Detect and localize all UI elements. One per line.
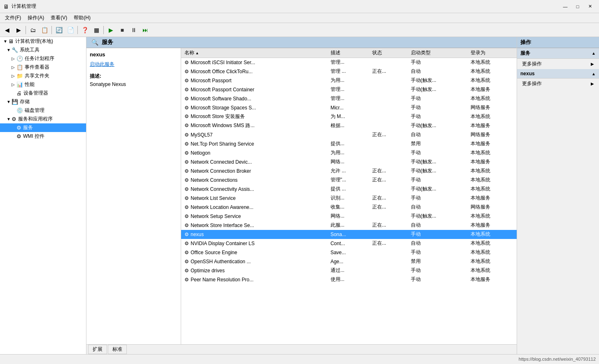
table-row[interactable]: ⚙Network Store Interface Se...此服...正在...…: [181, 221, 517, 230]
minimize-button[interactable]: —: [559, 1, 571, 12]
table-row[interactable]: ⚙Peer Name Resolution Pro...使用...手动本地服务: [181, 275, 517, 284]
cell-service-login: 本地系统: [467, 76, 517, 85]
cell-service-name: ⚙Office Source Engine: [181, 248, 327, 257]
cell-service-desc: Age...: [327, 257, 369, 266]
col-name[interactable]: 名称: [181, 48, 327, 58]
table-row[interactable]: ⚙Network List Service识别...正在...手动本地服务: [181, 194, 517, 203]
toolbar-stop[interactable]: ■: [117, 25, 128, 35]
table-row[interactable]: ⚙Microsoft Windows SMS 路...根据...手动(触发...…: [181, 121, 517, 130]
table-row[interactable]: ⚙MySQL57正在...自动网络服务: [181, 130, 517, 139]
tree-item-wmi[interactable]: ⚙ WMI 控件: [0, 132, 86, 141]
cell-service-status: [369, 121, 407, 130]
toolbar-btn1[interactable]: 🗂: [28, 25, 38, 35]
table-row[interactable]: ⚙Network Connectivity Assis...提供 ...手动(触…: [181, 185, 517, 194]
cell-service-startup: 手动: [408, 58, 468, 67]
tree-label-storage: 存储: [20, 98, 30, 105]
table-row[interactable]: ⚙Microsoft Storage Spaces S...Micr...手动网…: [181, 103, 517, 112]
toolbar-sep-1: [26, 26, 26, 34]
tree-item-shared[interactable]: ▷ 📁 共享文件夹: [0, 72, 86, 80]
col-startup[interactable]: 启动类型: [408, 48, 468, 58]
start-service-link[interactable]: 启动此服务: [90, 61, 177, 68]
tree-label-task: 任务计划程序: [25, 55, 54, 62]
tree-item-svcapps[interactable]: ▼ ⚙ 服务和应用程序: [0, 115, 86, 123]
menu-help[interactable]: 帮助(H): [70, 14, 94, 22]
toolbar-play[interactable]: ▶: [105, 25, 116, 35]
cell-service-desc: 使用...: [327, 275, 369, 284]
table-row[interactable]: ⚙Net.Tcp Port Sharing Service提供...禁用本地服务: [181, 139, 517, 148]
menu-view[interactable]: 查看(V): [47, 14, 70, 22]
table-row[interactable]: ⚙Netlogon为用...手动本地系统: [181, 148, 517, 158]
tree-item-performance[interactable]: ▷ 📊 性能: [0, 80, 86, 89]
cell-service-name: ⚙Microsoft Software Shado...: [181, 94, 327, 103]
cell-service-name: ⚙Peer Name Resolution Pro...: [181, 275, 327, 284]
device-icon: 🖨: [16, 90, 22, 96]
toolbar: ◀ ▶ 🗂 📋 🔄 📄 ❓ ▦ ▶ ■ ⏸ ⏭: [0, 23, 599, 37]
toolbar-btn3[interactable]: 🔄: [54, 25, 64, 35]
tree-item-services[interactable]: ⚙ 服务: [0, 123, 86, 132]
table-row[interactable]: ⚙Office Source EngineSave...手动本地系统: [181, 248, 517, 257]
cell-service-status: [369, 275, 407, 284]
table-row[interactable]: ⚙Network Connected Devic...网络...手动(触发...…: [181, 158, 517, 167]
tab-standard[interactable]: 标准: [108, 345, 127, 354]
toolbar-btn5[interactable]: ❓: [79, 25, 90, 35]
table-row[interactable]: ⚙OpenSSH Authentication ...Age...禁用本地系统: [181, 257, 517, 266]
table-row[interactable]: ⚙nexusSona...手动本地系统: [181, 230, 517, 239]
service-gear-icon: ⚙: [184, 241, 189, 246]
table-row[interactable]: ⚙Network Connection Broker允许 ...正在...手动(…: [181, 167, 517, 176]
table-row[interactable]: ⚙Network Location Awarene...收集...正在...自动…: [181, 203, 517, 212]
tree-item-systools[interactable]: ▼ 🔧 系统工具: [0, 46, 86, 54]
cell-service-name: ⚙Microsoft Passport: [181, 76, 327, 85]
cell-service-desc: 识别...: [327, 194, 369, 203]
close-button[interactable]: ✕: [584, 1, 596, 12]
search-icon: 🔍: [91, 39, 98, 46]
cell-service-desc: 管理...: [327, 94, 369, 103]
toolbar-forward[interactable]: ▶: [13, 25, 24, 35]
cell-service-name: ⚙NVIDIA Display Container LS: [181, 239, 327, 248]
expand-icon-event: ▷: [12, 65, 16, 70]
toolbar-restart[interactable]: ⏭: [140, 25, 151, 35]
col-desc[interactable]: 描述: [327, 48, 369, 58]
table-row[interactable]: ⚙Optimize drives通过...手动本地系统: [181, 266, 517, 275]
table-row[interactable]: ⚙Microsoft iSCSI Initiator Ser...管理...手动…: [181, 58, 517, 67]
tree-item-devicemgr[interactable]: 🖨 设备管理器: [0, 89, 86, 97]
cell-service-startup: 手动(触发...: [408, 212, 468, 221]
tree-item-computer[interactable]: ▼ 🖥 计算机管理(本地): [0, 37, 86, 46]
toolbar-back[interactable]: ◀: [2, 25, 12, 35]
more-arrow-nexus: ▶: [591, 81, 594, 86]
table-row[interactable]: ⚙Microsoft Software Shado...管理...手动本地系统: [181, 94, 517, 103]
toolbar-btn6[interactable]: ▦: [91, 25, 102, 35]
cell-service-startup: 手动(触发...: [408, 167, 468, 176]
cell-service-startup: 禁用: [408, 139, 468, 148]
col-login[interactable]: 登录为: [467, 48, 517, 58]
cell-service-login: 本地服务: [467, 221, 517, 230]
cell-service-startup: 手动: [408, 112, 468, 121]
tree-item-eventviewer[interactable]: ▷ 📋 事件查看器: [0, 63, 86, 72]
table-row[interactable]: ⚙Network Connections管理"...正在...手动本地系统: [181, 176, 517, 185]
cell-service-status: 正在...: [369, 67, 407, 76]
menu-file[interactable]: 文件(F): [2, 14, 24, 22]
toolbar-btn4[interactable]: 📄: [65, 25, 76, 35]
cell-service-desc: Save...: [327, 248, 369, 257]
tab-expand[interactable]: 扩展: [88, 345, 107, 354]
action-more-services[interactable]: 更多操作 ▶: [517, 59, 599, 69]
action-more-nexus[interactable]: 更多操作 ▶: [517, 79, 599, 89]
task-icon: 🕐: [16, 56, 23, 62]
tree-item-taskscheduler[interactable]: ▷ 🕐 任务计划程序: [0, 54, 86, 63]
expand-icon: ▼: [3, 39, 7, 44]
cell-service-status: 正在...: [369, 176, 407, 185]
tree-item-storage[interactable]: ▼ 💾 存储: [0, 97, 86, 106]
maximize-button[interactable]: □: [572, 1, 583, 12]
toolbar-sep-3: [77, 26, 78, 34]
col-status[interactable]: 状态: [369, 48, 407, 58]
toolbar-pause[interactable]: ⏸: [128, 25, 139, 35]
table-row[interactable]: ⚙NVIDIA Display Container LSCont...正在...…: [181, 239, 517, 248]
tree-item-diskmgmt[interactable]: 💿 磁盘管理: [0, 106, 86, 115]
toolbar-btn2[interactable]: 📋: [39, 25, 50, 35]
table-row[interactable]: ⚙Microsoft Passport Container管理...手动(触发.…: [181, 85, 517, 94]
table-row[interactable]: ⚙Network Setup Service网络...手动(触发...本地系统: [181, 212, 517, 221]
cell-service-status: [369, 94, 407, 103]
menu-action[interactable]: 操作(A): [24, 14, 47, 22]
table-row[interactable]: ⚙Microsoft Office ClickToRu...管理 ...正在..…: [181, 67, 517, 76]
table-row[interactable]: ⚙Microsoft Passport为用...手动(触发...本地系统: [181, 76, 517, 85]
table-row[interactable]: ⚙Microsoft Store 安装服务为 M...手动本地系统: [181, 112, 517, 121]
